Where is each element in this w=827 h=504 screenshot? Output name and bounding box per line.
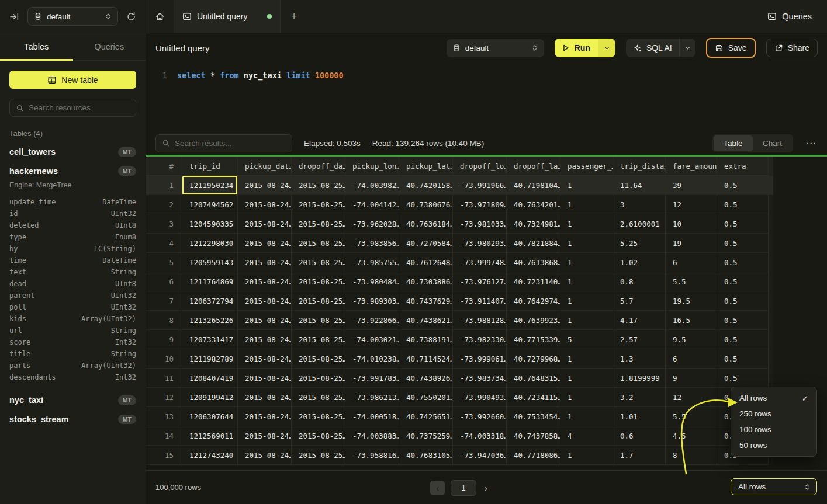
table-cell[interactable]: -73.976127… [453, 272, 507, 291]
table-header-cell[interactable]: pickup_lat… [399, 157, 453, 176]
table-header-cell[interactable]: pickup_dat… [238, 157, 292, 176]
table-cell[interactable]: -73.981033… [453, 214, 507, 234]
dropdown-item[interactable]: 250 rows [731, 406, 816, 422]
table-cell[interactable]: 2015-08-25… [292, 407, 345, 426]
table-cell[interactable]: 1 [560, 195, 613, 214]
table-cell[interactable]: 1 [560, 446, 613, 465]
table-cell[interactable]: 2015-08-25… [292, 214, 345, 234]
table-cell[interactable]: 10 [146, 349, 182, 369]
table-cell[interactable]: 2015-08-25… [292, 272, 345, 291]
table-cell[interactable]: 1207494562 [182, 195, 238, 214]
sidebar-table-hackernews[interactable]: hackernews MT [9, 166, 136, 176]
table-cell[interactable]: -73.991966… [453, 176, 507, 195]
queries-button[interactable]: Queries [752, 0, 827, 33]
table-cell[interactable]: 40.7639923… [507, 311, 560, 330]
table-cell[interactable]: 1 [560, 176, 613, 195]
table-cell[interactable]: 1 [560, 311, 613, 330]
schema-column-row[interactable]: textString [9, 266, 136, 278]
more-menu-icon[interactable]: ⋯ [805, 137, 818, 150]
table-cell[interactable]: 40.7636184… [399, 214, 453, 234]
table-header-cell[interactable]: # [146, 157, 182, 176]
table-cell[interactable]: 19.5 [666, 291, 717, 311]
table-cell[interactable]: -73.922866… [345, 311, 399, 330]
table-cell[interactable]: 19 [666, 234, 717, 253]
table-cell[interactable]: 1206372794 [182, 291, 238, 311]
table-cell[interactable]: 1.01 [613, 407, 666, 426]
table-cell[interactable]: 0.5 [717, 176, 769, 195]
table-header-cell[interactable]: pickup_lon… [345, 157, 399, 176]
table-cell[interactable]: -73.958816… [345, 446, 399, 465]
table-cell[interactable]: -73.982330… [453, 330, 507, 349]
table-cell[interactable]: 2015-08-25… [292, 291, 345, 311]
table-cell[interactable]: 1 [146, 176, 182, 195]
table-cell[interactable]: 5 [146, 253, 182, 272]
table-cell[interactable]: 6 [666, 253, 717, 272]
sql-ai-button[interactable]: SQL AI [626, 39, 679, 57]
table-header-cell[interactable]: trip_dista… [613, 157, 666, 176]
table-cell[interactable]: 40.7114524… [399, 349, 453, 369]
dropdown-item[interactable]: 100 rows [731, 422, 816, 437]
table-cell[interactable]: -73.986213… [345, 388, 399, 407]
table-cell[interactable]: 1 [560, 214, 613, 234]
table-cell[interactable]: 2.57 [613, 330, 666, 349]
table-cell[interactable]: 3 [613, 195, 666, 214]
table-cell[interactable]: 40.7613868… [507, 253, 560, 272]
table-cell[interactable]: 1212298030 [182, 234, 238, 253]
schema-column-row[interactable]: urlString [9, 325, 136, 336]
table-cell[interactable]: 5 [560, 330, 613, 349]
table-cell[interactable]: 1.7 [613, 446, 666, 465]
share-button[interactable]: Share [766, 39, 818, 57]
table-cell[interactable]: 2015-08-25… [292, 388, 345, 407]
table-cell[interactable]: 40.7550201… [399, 388, 453, 407]
table-cell[interactable]: 2015-08-24… [238, 446, 292, 465]
schema-column-row[interactable]: deletedUInt8 [9, 220, 136, 231]
schema-column-row[interactable]: byLC(String) [9, 243, 136, 255]
table-cell[interactable]: 1211950234 [182, 176, 238, 195]
table-cell[interactable]: 2 [146, 195, 182, 214]
table-cell[interactable]: 13 [146, 407, 182, 426]
table-cell[interactable]: 2015-08-24… [238, 253, 292, 272]
table-cell[interactable]: -73.980293… [453, 234, 507, 253]
table-cell[interactable]: -74.003982… [345, 176, 399, 195]
table-header-cell[interactable]: passenger_… [560, 157, 613, 176]
table-cell[interactable]: 2015-08-24… [238, 330, 292, 349]
dropdown-item[interactable]: 50 rows [731, 437, 816, 453]
table-header-cell[interactable]: dropoff_lo… [453, 157, 507, 176]
table-cell[interactable]: -73.962028… [345, 214, 399, 234]
table-cell[interactable]: 40.7420158… [399, 176, 453, 195]
table-cell[interactable]: 11.64 [613, 176, 666, 195]
table-cell[interactable]: -73.947036… [453, 446, 507, 465]
schema-column-row[interactable]: titleString [9, 348, 136, 360]
table-cell[interactable]: 40.7648315… [507, 369, 560, 388]
table-cell[interactable]: -74.003883… [345, 426, 399, 446]
table-cell[interactable]: 5.25 [613, 234, 666, 253]
schema-column-row[interactable]: typeEnum8 [9, 231, 136, 243]
table-cell[interactable]: 11 [146, 369, 182, 388]
prev-page-button[interactable]: ‹ [430, 481, 445, 495]
table-cell[interactable]: 14 [146, 426, 182, 446]
tab-untitled-query[interactable]: Untitled query [174, 0, 281, 33]
table-cell[interactable]: 1 [560, 291, 613, 311]
sidebar-search-input[interactable] [29, 103, 130, 112]
table-cell[interactable]: 40.7388191… [399, 330, 453, 349]
table-cell[interactable]: 2015-08-24… [238, 426, 292, 446]
table-cell[interactable]: 40.7612648… [399, 253, 453, 272]
schema-column-row[interactable]: timeDateTime [9, 255, 136, 266]
sql-ai-options-caret[interactable] [679, 39, 695, 57]
table-cell[interactable]: 2.6100001 [613, 214, 666, 234]
table-cell[interactable]: 2015-08-25… [292, 253, 345, 272]
topbar-database-select[interactable]: default [27, 7, 118, 26]
table-cell[interactable]: 4.17 [613, 311, 666, 330]
table-cell[interactable]: 40.7380676… [399, 195, 453, 214]
table-cell[interactable]: 0.6 [613, 426, 666, 446]
table-cell[interactable]: -73.992660… [453, 407, 507, 426]
view-tab-chart[interactable]: Chart [753, 135, 792, 151]
query-database-select[interactable]: default [447, 39, 544, 57]
table-header-cell[interactable]: dropoff_la… [507, 157, 560, 176]
table-cell[interactable]: 9 [146, 330, 182, 349]
table-cell[interactable]: 1.3 [613, 349, 666, 369]
table-cell[interactable]: 2015-08-25… [292, 195, 345, 214]
table-cell[interactable]: -74.003021… [345, 330, 399, 349]
table-cell[interactable]: 0.5 [717, 195, 769, 214]
table-cell[interactable]: -73.999748… [453, 253, 507, 272]
